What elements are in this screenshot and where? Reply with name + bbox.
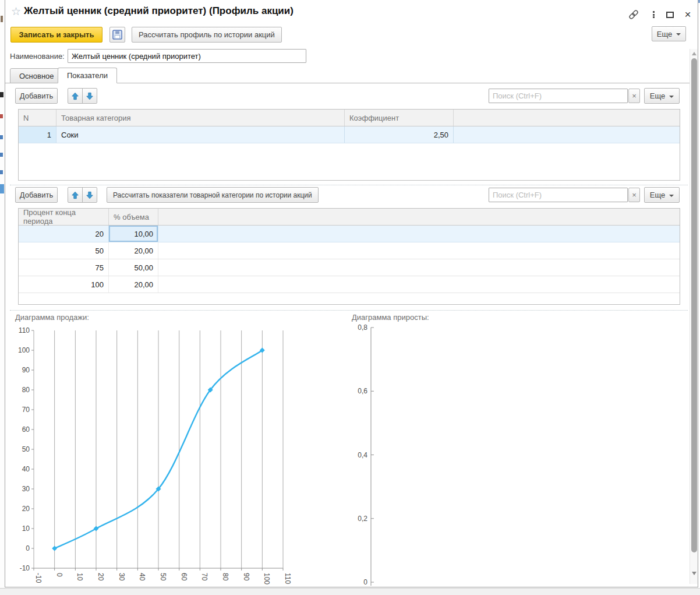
calc-indicators-button[interactable]: Рассчитать показатели товарной категории… (107, 187, 319, 203)
move-up-button[interactable] (68, 88, 83, 104)
clear-search-button-2[interactable]: × (628, 188, 640, 202)
svg-text:10: 10 (22, 524, 30, 533)
svg-text:80: 80 (221, 573, 229, 581)
add-indicator-button[interactable]: Добавить (15, 187, 58, 203)
promo-profile-window: ☆ Желтый ценник (средний приоритет) (Про… (5, 0, 698, 587)
vertical-scrollbar[interactable] (690, 49, 698, 584)
dropdown-arrow-icon (669, 195, 674, 197)
background-bottom-strip (0, 588, 700, 595)
tab-pokazateli[interactable]: Показатели (58, 68, 117, 83)
cell-filler (158, 226, 680, 242)
background-fragment (1, 16, 3, 22)
more-button-categories[interactable]: Еще (644, 88, 680, 104)
more-label: Еще (657, 30, 672, 38)
svg-text:0: 0 (55, 573, 63, 577)
cell-percent-end[interactable]: 20 (19, 226, 109, 242)
svg-text:40: 40 (138, 573, 146, 581)
move-up-button-2[interactable] (68, 187, 83, 203)
more-label: Еще (650, 91, 665, 100)
cell-filler (158, 242, 680, 259)
cell-filler (158, 259, 680, 276)
svg-text:80: 80 (22, 386, 30, 394)
cell-n[interactable]: 1 (19, 126, 56, 143)
maximize-icon (666, 12, 674, 18)
cell-volume[interactable]: 50,00 (109, 259, 158, 276)
indicators-search-input[interactable] (489, 188, 628, 202)
svg-text:100: 100 (263, 573, 271, 585)
cell-percent-end[interactable]: 75 (19, 259, 109, 276)
screen: ☆ Желтый ценник (средний приоритет) (Про… (0, 0, 700, 595)
svg-text:0: 0 (26, 544, 30, 552)
svg-text:70: 70 (200, 573, 208, 581)
background-fragment (0, 184, 4, 193)
save-button[interactable] (109, 27, 125, 43)
background-fragment (0, 135, 3, 139)
more-button-top[interactable]: Еще (652, 26, 686, 41)
svg-text:-10: -10 (20, 564, 30, 572)
cell-coefficient[interactable]: 2,50 (345, 126, 454, 143)
scroll-down-arrow-icon[interactable] (692, 572, 697, 575)
svg-text:50: 50 (22, 445, 30, 453)
title-bar: ☆ Желтый ценник (средний приоритет) (Про… (5, 0, 698, 23)
categories-table: N Товарная категория Коэффициент 1 Соки … (18, 109, 680, 181)
column-header-category[interactable]: Товарная категория (56, 110, 345, 126)
sales-chart: 1101009080706050403020100-10-10010203040… (12, 323, 303, 586)
svg-text:0: 0 (363, 578, 367, 586)
background-fragment (0, 92, 3, 97)
column-header-percent-end[interactable]: Процент конца периода (19, 209, 109, 225)
svg-text:30: 30 (22, 485, 30, 493)
move-down-button[interactable] (82, 88, 97, 104)
column-header-volume[interactable]: % объема (109, 209, 158, 225)
name-input[interactable] (68, 49, 306, 63)
svg-text:0,2: 0,2 (358, 515, 367, 523)
group-separator (10, 310, 688, 311)
background-window-left-edge (0, 0, 5, 588)
save-and-close-button[interactable]: Записать и закрыть (10, 27, 102, 43)
cell-filler (158, 276, 680, 293)
get-link-icon[interactable] (627, 8, 640, 21)
maximize-button[interactable] (663, 8, 676, 21)
cell-volume-selected[interactable]: 10,00 (109, 226, 158, 242)
arrow-down-icon (86, 92, 94, 100)
svg-text:90: 90 (242, 573, 250, 581)
indicator-row[interactable]: 50 20,00 (19, 242, 680, 259)
svg-text:100: 100 (18, 346, 30, 354)
close-button[interactable]: × (681, 8, 694, 21)
arrow-up-icon (71, 191, 79, 199)
column-header-coefficient[interactable]: Коэффициент (345, 110, 454, 126)
svg-text:20: 20 (22, 505, 30, 513)
dropdown-arrow-icon (676, 33, 681, 36)
tab-osnovnoe[interactable]: Основное (10, 68, 63, 83)
favorite-star-icon[interactable]: ☆ (11, 5, 21, 18)
scrollbar-thumb[interactable] (691, 58, 697, 552)
cell-percent-end[interactable]: 100 (19, 276, 109, 293)
background-fragment (0, 153, 3, 157)
cell-volume[interactable]: 20,00 (109, 242, 158, 259)
indicators-table-header: Процент конца периода % объема (19, 209, 680, 226)
more-label: Еще (650, 191, 665, 199)
kebab-menu-icon[interactable] (647, 8, 660, 21)
name-label: Наименование: (10, 52, 65, 61)
window-title: Желтый ценник (средний приоритет) (Профи… (24, 5, 294, 17)
svg-text:50: 50 (159, 573, 167, 581)
cell-percent-end[interactable]: 50 (19, 242, 109, 259)
scroll-up-arrow-icon[interactable] (692, 52, 697, 55)
svg-text:40: 40 (22, 465, 30, 473)
indicator-row[interactable]: 20 10,00 (19, 226, 680, 242)
column-header-n[interactable]: N (19, 110, 56, 126)
indicator-row[interactable]: 75 50,00 (19, 259, 680, 276)
more-button-indicators[interactable]: Еще (644, 187, 680, 203)
arrow-down-icon (86, 191, 94, 199)
clear-search-button[interactable]: × (628, 89, 640, 103)
add-category-button[interactable]: Добавить (15, 88, 58, 104)
growth-chart: 0,80,60,40,20 (349, 319, 687, 586)
categories-search-input[interactable] (489, 89, 628, 103)
calc-profile-button[interactable]: Рассчитать профиль по истории акций (132, 27, 282, 43)
cell-category[interactable]: Соки (56, 126, 345, 143)
move-down-button-2[interactable] (82, 187, 97, 203)
indicator-row[interactable]: 100 20,00 (19, 276, 680, 293)
background-fragment (0, 114, 3, 118)
category-row[interactable]: 1 Соки 2,50 (19, 126, 680, 143)
cell-volume[interactable]: 20,00 (109, 276, 158, 293)
cell-filler (454, 126, 680, 143)
